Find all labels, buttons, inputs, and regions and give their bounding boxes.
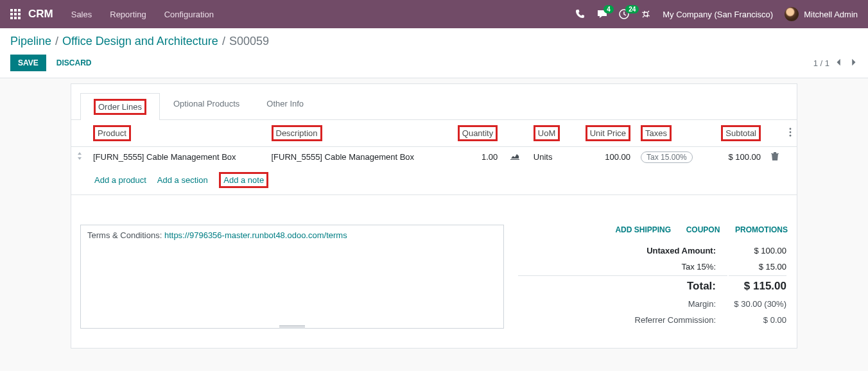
brand[interactable]: CRM xyxy=(28,8,53,21)
forecast-icon[interactable] xyxy=(510,152,519,162)
topbar: CRM Sales Reporting Configuration 4 24 M… xyxy=(0,0,868,28)
pager-text[interactable]: 1 / 1 xyxy=(813,58,829,68)
nav-configuration[interactable]: Configuration xyxy=(164,10,214,19)
col-uom[interactable]: UoM xyxy=(528,120,571,147)
col-description[interactable]: Description xyxy=(266,120,445,147)
add-section-link[interactable]: Add a section xyxy=(157,175,208,185)
breadcrumb: Pipeline / Office Design and Architectur… xyxy=(10,35,858,48)
crumb-sep: / xyxy=(222,35,225,48)
add-product-link[interactable]: Add a product xyxy=(94,175,146,185)
activity-badge: 24 xyxy=(625,5,639,13)
untaxed-label: Untaxed Amount: xyxy=(518,243,727,258)
pager-prev-icon[interactable] xyxy=(835,58,844,69)
coupon-button[interactable]: COUPON xyxy=(686,225,720,234)
tab-other-info[interactable]: Other Info xyxy=(253,93,317,119)
tabs: Order Lines Optional Products Other Info xyxy=(71,93,797,120)
svg-rect-2 xyxy=(18,9,21,12)
tab-optional-products[interactable]: Optional Products xyxy=(160,93,253,119)
crumb-pipeline[interactable]: Pipeline xyxy=(10,35,51,48)
svg-rect-1 xyxy=(14,9,17,12)
referrer-label: Referrer Commission: xyxy=(518,313,727,327)
tax-label: Tax 15%: xyxy=(518,259,727,274)
tax-badge: Tax 15.00% xyxy=(641,151,693,163)
svg-rect-7 xyxy=(14,17,17,19)
control-bar: Pipeline / Office Design and Architectur… xyxy=(0,28,868,78)
referrer-value: $ 0.00 xyxy=(729,313,786,327)
crumb-sep: / xyxy=(55,35,58,48)
form-sheet: Order Lines Optional Products Other Info… xyxy=(71,83,797,349)
cell-description[interactable]: [FURN_5555] Cable Management Box xyxy=(266,147,445,168)
discard-button[interactable]: DISCARD xyxy=(54,55,94,71)
terms-prefix: Terms & Conditions: xyxy=(87,230,164,240)
col-product[interactable]: Product xyxy=(88,120,266,147)
total-label: Total: xyxy=(518,275,727,295)
messages-icon[interactable]: 4 xyxy=(597,9,607,19)
svg-rect-8 xyxy=(18,17,21,19)
totals-table: Untaxed Amount:$ 100.00 Tax 15%:$ 15.00 … xyxy=(517,242,788,329)
totals-column: ADD SHIPPING COUPON PROMOTIONS Untaxed A… xyxy=(517,225,788,329)
untaxed-value: $ 100.00 xyxy=(729,243,786,258)
messages-badge: 4 xyxy=(603,5,614,13)
order-lines-table: Product Description Quantity UoM Unit Pr… xyxy=(71,120,797,167)
columns-menu-icon[interactable] xyxy=(789,129,792,139)
tab-order-lines[interactable]: Order Lines xyxy=(80,93,160,120)
pager: 1 / 1 xyxy=(813,58,858,69)
table-row[interactable]: [FURN_5555] Cable Management Box [FURN_5… xyxy=(71,147,797,168)
svg-rect-3 xyxy=(10,13,13,15)
svg-rect-0 xyxy=(10,9,13,12)
save-button[interactable]: SAVE xyxy=(10,55,46,71)
company-switcher[interactable]: My Company (San Francisco) xyxy=(663,10,773,19)
add-links-row: Add a product Add a section Add a note xyxy=(71,167,797,195)
phone-icon[interactable] xyxy=(575,9,586,19)
cell-unit-price[interactable]: 100.00 xyxy=(571,147,636,168)
cell-product[interactable]: [FURN_5555] Cable Management Box xyxy=(88,147,266,168)
drag-handle-icon[interactable] xyxy=(76,152,83,162)
col-subtotal[interactable]: Subtotal xyxy=(708,120,766,147)
debug-icon[interactable] xyxy=(641,9,651,19)
delete-row-icon[interactable] xyxy=(771,153,779,162)
crumb-current: S00059 xyxy=(229,35,269,48)
svg-rect-4 xyxy=(14,13,17,15)
pager-next-icon[interactable] xyxy=(849,58,858,69)
margin-value: $ 30.00 (30%) xyxy=(729,297,786,311)
margin-label: Margin: xyxy=(518,297,727,311)
footer-row: Terms & Conditions: https://9796356-mast… xyxy=(71,225,797,329)
svg-point-11 xyxy=(790,132,792,134)
action-row: SAVE DISCARD 1 / 1 xyxy=(10,55,858,78)
user-name: Mitchell Admin xyxy=(804,10,858,19)
tab-order-lines-label: Order Lines xyxy=(94,99,146,115)
promotions-button[interactable]: PROMOTIONS xyxy=(735,225,788,234)
crumb-opportunity[interactable]: Office Design and Architecture xyxy=(62,35,218,48)
terms-input[interactable]: Terms & Conditions: https://9796356-mast… xyxy=(80,225,504,329)
total-value: $ 115.00 xyxy=(729,275,786,295)
add-note-link[interactable]: Add a note xyxy=(223,175,264,185)
avatar xyxy=(785,7,799,21)
cell-quantity[interactable]: 1.00 xyxy=(444,147,503,168)
cell-uom[interactable]: Units xyxy=(528,147,571,168)
svg-rect-5 xyxy=(18,13,21,15)
tax-value: $ 15.00 xyxy=(729,259,786,274)
nav-reporting[interactable]: Reporting xyxy=(110,10,146,19)
cell-taxes[interactable]: Tax 15.00% xyxy=(636,147,708,168)
add-shipping-button[interactable]: ADD SHIPPING xyxy=(615,225,671,234)
user-menu[interactable]: Mitchell Admin xyxy=(785,7,858,21)
svg-rect-6 xyxy=(10,17,13,19)
apps-icon[interactable] xyxy=(10,9,21,19)
col-quantity[interactable]: Quantity xyxy=(444,120,503,147)
svg-point-12 xyxy=(790,135,792,137)
col-unit-price[interactable]: Unit Price xyxy=(571,120,636,147)
svg-point-10 xyxy=(790,128,792,130)
nav-sales[interactable]: Sales xyxy=(71,10,92,19)
cell-subtotal: $ 100.00 xyxy=(708,147,766,168)
activity-icon[interactable]: 24 xyxy=(619,9,629,19)
col-taxes[interactable]: Taxes xyxy=(636,120,708,147)
resize-handle[interactable] xyxy=(279,325,305,329)
terms-link[interactable]: https://9796356-master.runbot48.odoo.com… xyxy=(164,230,347,240)
